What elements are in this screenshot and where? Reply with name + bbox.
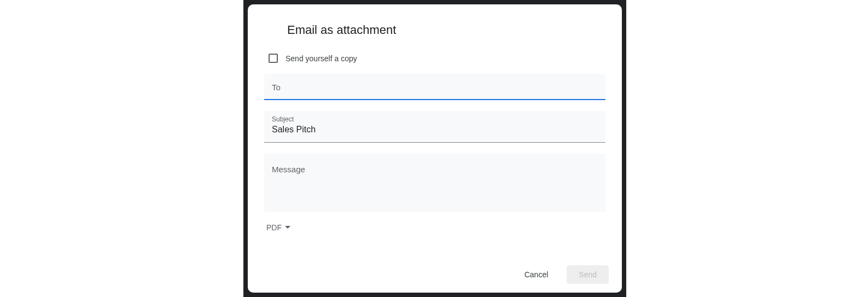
dialog-title: Email as attachment bbox=[261, 23, 609, 37]
format-selected-label: PDF bbox=[266, 223, 282, 232]
email-attachment-dialog: Email as attachment Send yourself a copy… bbox=[248, 4, 622, 293]
send-copy-checkbox[interactable] bbox=[269, 54, 278, 63]
dialog-content: Send yourself a copy To Subject Message … bbox=[261, 54, 609, 260]
subject-input[interactable] bbox=[272, 125, 598, 135]
chevron-down-icon bbox=[285, 223, 290, 232]
subject-field[interactable]: Subject bbox=[264, 111, 605, 143]
format-dropdown[interactable]: PDF bbox=[266, 223, 605, 232]
subject-label: Subject bbox=[272, 115, 598, 123]
send-button[interactable]: Send bbox=[567, 265, 609, 284]
modal-backdrop: Email as attachment Send yourself a copy… bbox=[243, 0, 626, 297]
cancel-button[interactable]: Cancel bbox=[512, 265, 561, 284]
message-placeholder: Message bbox=[272, 165, 305, 174]
dialog-footer: Cancel Send bbox=[261, 260, 609, 284]
to-placeholder: To bbox=[272, 83, 281, 92]
to-field[interactable]: To bbox=[264, 74, 605, 100]
send-copy-label: Send yourself a copy bbox=[286, 54, 357, 63]
send-copy-row: Send yourself a copy bbox=[269, 54, 605, 63]
message-field[interactable]: Message bbox=[264, 154, 605, 212]
